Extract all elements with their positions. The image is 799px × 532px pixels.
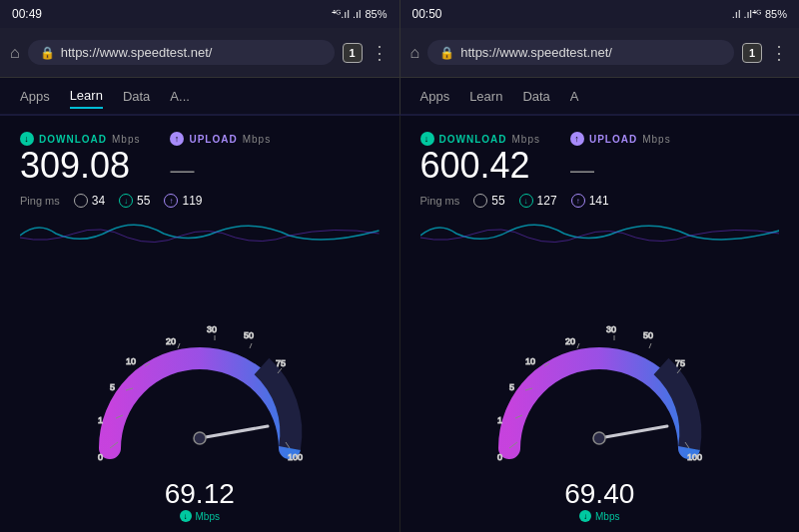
left-gauge-icon: ↓ [180, 510, 192, 522]
left-nav-bar: Apps Learn Data A... [0, 78, 400, 116]
svg-text:50: 50 [643, 330, 653, 340]
left-ping-row: Ping ms 34 ↓ 55 ↑ 119 [20, 194, 380, 208]
left-status-icons: ⁴ᴳ.ıl .ıl 85% [332, 8, 387, 21]
right-home-icon[interactable]: ⌂ [410, 44, 420, 62]
right-ping-label: Ping ms [420, 195, 460, 207]
right-nav-more[interactable]: A [570, 85, 579, 108]
svg-text:50: 50 [244, 330, 254, 340]
right-nav-data[interactable]: Data [522, 85, 549, 108]
left-signal-icon: ⁴ᴳ.ıl .ıl [332, 8, 361, 21]
svg-text:30: 30 [207, 324, 217, 334]
left-nav-learn[interactable]: Learn [70, 84, 103, 109]
svg-text:0: 0 [497, 452, 502, 462]
right-status-icons: .ıl .ıl⁴ᴳ 85% [732, 8, 787, 21]
right-dl-ping-icon: ↓ [519, 194, 533, 208]
left-nav-more[interactable]: A... [170, 85, 190, 108]
right-time: 00:50 [412, 7, 442, 21]
left-download-icon: ↓ [20, 132, 34, 146]
svg-line-28 [577, 343, 579, 348]
left-download-value: 309.08 [20, 148, 130, 184]
right-nav-learn[interactable]: Learn [469, 85, 502, 108]
left-ping-dl: ↓ 55 [119, 194, 150, 208]
right-address-bar: ⌂ 🔒 https://www.speedtest.net/ 1 ⋮ [400, 28, 800, 77]
right-url-box[interactable]: 🔒 https://www.speedtest.net/ [427, 40, 734, 65]
svg-line-12 [250, 343, 252, 348]
left-panel: ↓ DOWNLOAD Mbps 309.08 ↑ UPLOAD Mbps — P… [0, 116, 400, 532]
right-url-text: https://www.speedtest.net/ [460, 45, 612, 60]
left-ul-ping-icon: ↑ [164, 194, 178, 208]
right-lock-icon: 🔒 [439, 46, 454, 60]
right-download-block: ↓ DOWNLOAD Mbps 600.42 [420, 132, 540, 184]
right-gauge-section: 0 1 5 10 20 30 50 [420, 246, 780, 522]
left-download-block: ↓ DOWNLOAD Mbps 309.08 [20, 132, 140, 184]
right-download-icon: ↓ [420, 132, 434, 146]
left-lock-icon: 🔒 [40, 46, 55, 60]
left-upload-block: ↑ UPLOAD Mbps — [170, 132, 271, 184]
svg-text:0: 0 [98, 452, 103, 462]
right-idle-icon [473, 194, 487, 208]
left-wave [20, 216, 380, 246]
left-download-label: ↓ DOWNLOAD Mbps [20, 132, 140, 146]
right-download-value: 600.42 [420, 148, 530, 184]
right-metrics-row: ↓ DOWNLOAD Mbps 600.42 ↑ UPLOAD Mbps — [420, 132, 780, 184]
right-battery: 85% [765, 8, 787, 20]
svg-text:5: 5 [509, 382, 514, 392]
right-upload-label: ↑ UPLOAD Mbps [570, 132, 671, 146]
svg-text:10: 10 [126, 356, 136, 366]
svg-line-38 [599, 426, 667, 438]
right-panel: ↓ DOWNLOAD Mbps 600.42 ↑ UPLOAD Mbps — P… [400, 116, 800, 532]
svg-text:10: 10 [525, 356, 535, 366]
right-upload-value: — [570, 158, 671, 182]
left-metrics-row: ↓ DOWNLOAD Mbps 309.08 ↑ UPLOAD Mbps — [20, 132, 380, 184]
status-bars: 00:49 ⁴ᴳ.ıl .ıl 85% 00:50 .ıl .ıl⁴ᴳ 85% [0, 0, 799, 28]
left-upload-value: — [170, 158, 271, 182]
svg-text:20: 20 [565, 336, 575, 346]
svg-text:20: 20 [166, 336, 176, 346]
left-menu-dots[interactable]: ⋮ [371, 42, 390, 64]
left-status-bar: 00:49 ⁴ᴳ.ıl .ıl 85% [0, 0, 400, 28]
left-nav-apps[interactable]: Apps [20, 85, 50, 108]
left-ping-ul: ↑ 119 [164, 194, 202, 208]
right-download-label: ↓ DOWNLOAD Mbps [420, 132, 540, 146]
right-status-bar: 00:50 .ıl .ıl⁴ᴳ 85% [400, 0, 800, 28]
left-battery: 85% [365, 8, 387, 20]
svg-text:75: 75 [276, 358, 286, 368]
svg-line-8 [178, 343, 180, 348]
right-ping-idle: 55 [473, 194, 504, 208]
svg-point-19 [194, 432, 206, 444]
main-content: ↓ DOWNLOAD Mbps 309.08 ↑ UPLOAD Mbps — P… [0, 116, 799, 532]
right-gauge: 0 1 5 10 20 30 50 [489, 308, 709, 488]
left-ping-idle: 34 [74, 194, 105, 208]
left-tab-count[interactable]: 1 [343, 43, 363, 63]
left-nav-data[interactable]: Data [123, 85, 150, 108]
right-gauge-unit: ↓ Mbps [579, 510, 619, 522]
right-tab-count[interactable]: 1 [742, 43, 762, 63]
left-time: 00:49 [12, 7, 42, 21]
svg-text:1: 1 [497, 415, 502, 425]
svg-line-18 [200, 426, 268, 438]
left-upload-icon: ↑ [170, 132, 184, 146]
left-idle-icon [74, 194, 88, 208]
right-nav-apps[interactable]: Apps [420, 85, 450, 108]
left-gauge: 0 1 5 10 20 [90, 308, 310, 488]
left-ping-label: Ping ms [20, 195, 60, 207]
right-ping-dl: ↓ 127 [519, 194, 557, 208]
right-nav-bar: Apps Learn Data A [400, 78, 800, 116]
right-ul-ping-icon: ↑ [571, 194, 585, 208]
svg-text:5: 5 [110, 382, 115, 392]
svg-text:1: 1 [98, 415, 103, 425]
left-home-icon[interactable]: ⌂ [10, 44, 20, 62]
left-url-box[interactable]: 🔒 https://www.speedtest.net/ [28, 40, 335, 65]
svg-point-39 [593, 432, 605, 444]
left-gauge-unit: ↓ Mbps [180, 510, 220, 522]
right-menu-dots[interactable]: ⋮ [770, 42, 789, 64]
left-dl-ping-icon: ↓ [119, 194, 133, 208]
right-signal-icon: .ıl .ıl⁴ᴳ [732, 8, 761, 21]
right-ping-ul: ↑ 141 [571, 194, 609, 208]
svg-text:100: 100 [687, 452, 702, 462]
right-upload-icon: ↑ [570, 132, 584, 146]
left-url-text: https://www.speedtest.net/ [61, 45, 213, 60]
right-upload-block: ↑ UPLOAD Mbps — [570, 132, 671, 184]
right-wave [420, 216, 780, 246]
nav-bars: Apps Learn Data A... Apps Learn Data A [0, 78, 799, 116]
